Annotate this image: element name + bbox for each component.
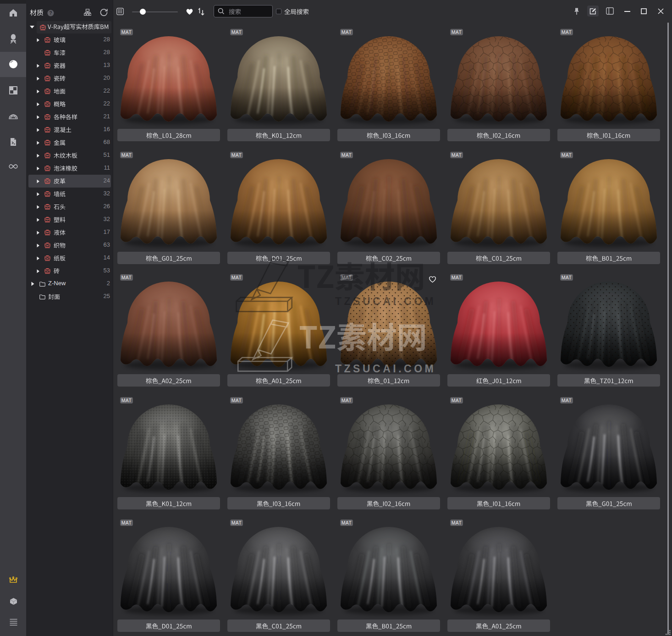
svg-text:?: ? (49, 11, 52, 16)
